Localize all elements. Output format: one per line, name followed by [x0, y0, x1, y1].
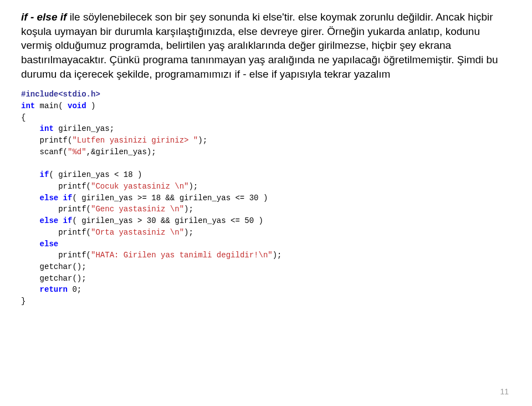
code-brace-close: }	[21, 297, 25, 306]
code-printf4: printf(	[21, 228, 91, 237]
lead-term: if - else if	[21, 11, 66, 23]
code-end1: );	[198, 136, 207, 145]
code-kw-int: int	[21, 101, 35, 110]
paragraph-body: ile söylenebilecek son bir şey sonunda k…	[21, 11, 498, 80]
code-kw-else: else	[40, 240, 59, 248]
code-cond1: ( girilen_yas < 18 )	[49, 170, 142, 179]
page-number: 11	[500, 387, 509, 396]
code-kw-int2: int	[40, 124, 54, 133]
code-end2: ,&girilen_yas);	[86, 148, 156, 156]
code-cond2: ( girilen_yas >= 18 && girilen_yas <= 30…	[72, 194, 268, 202]
code-cond3: ( girilen_yas > 30 && girilen_yas <= 50 …	[72, 216, 263, 225]
code-block: #include<stdio.h> int main( void ) { int…	[21, 89, 511, 307]
code-kw-void: void	[68, 101, 86, 110]
code-kw-return: return	[40, 285, 68, 294]
code-indent5	[21, 240, 40, 248]
code-getchar1: getchar();	[21, 262, 86, 271]
code-indent2	[21, 170, 40, 179]
code-indent3	[21, 194, 40, 202]
code-printf3: printf(	[21, 205, 91, 214]
code-paren: )	[86, 101, 96, 110]
code-var: girilen_yas;	[54, 124, 114, 133]
code-str2: "%d"	[68, 148, 86, 156]
code-str5: "Orta yastasiniz \n"	[91, 228, 184, 237]
code-kw-elseif2: else if	[40, 216, 73, 225]
code-str3: "Cocuk yastasiniz \n"	[91, 182, 188, 191]
code-printf5: printf(	[21, 251, 91, 260]
code-kw-if: if	[40, 170, 49, 179]
code-printf1: printf(	[21, 136, 72, 145]
code-end6: );	[273, 251, 282, 260]
code-main: main(	[35, 101, 68, 110]
code-end5: );	[184, 228, 193, 237]
code-printf2: printf(	[21, 182, 91, 191]
code-retval: 0;	[68, 285, 81, 294]
code-end3: );	[188, 182, 198, 191]
code-end4: );	[184, 205, 193, 214]
code-include: #include<stdio.h>	[21, 90, 100, 99]
code-str4: "Genc yastasiniz \n"	[91, 205, 184, 214]
intro-paragraph: if - else if ile söylenebilecek son bir …	[21, 10, 511, 81]
code-indent4	[21, 216, 40, 225]
code-kw-elseif1: else if	[40, 194, 73, 202]
code-str1: "Lutfen yasinizi giriniz> "	[72, 136, 198, 145]
code-scanf: scanf(	[21, 148, 68, 156]
code-indent6	[21, 285, 40, 294]
code-indent	[21, 124, 40, 133]
code-brace-open: {	[21, 113, 25, 122]
code-str6: "HATA: Girilen yas tanimli degildir!\n"	[91, 251, 273, 260]
code-getchar2: getchar();	[21, 274, 86, 283]
